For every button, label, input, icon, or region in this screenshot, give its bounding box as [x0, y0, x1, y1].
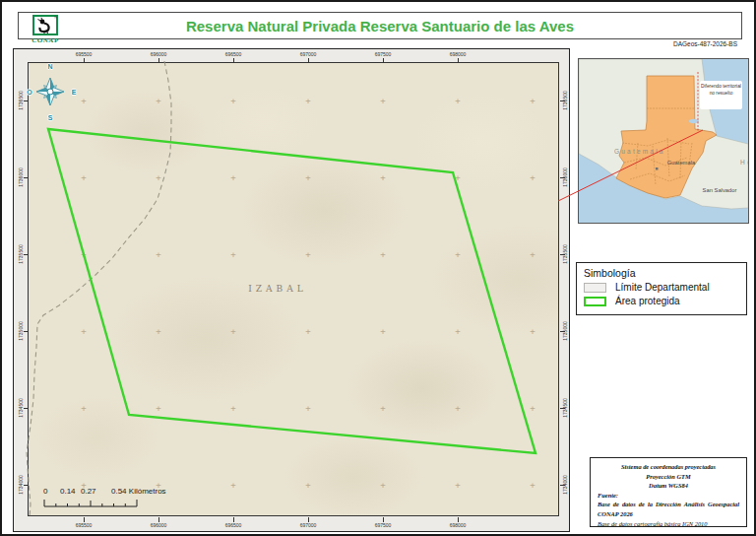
compass-south-label: S: [48, 114, 53, 121]
inset-honduras-label: Ho: [740, 159, 748, 166]
compass-west-label: O: [27, 89, 32, 96]
info-source-line2: CONAP 2026: [598, 509, 739, 519]
info-projection: Proyección GTM: [598, 472, 739, 482]
legend: Simbología Límite Departamental Área pro…: [576, 262, 747, 315]
info-box: Sistema de coordenadas proyectadas Proye…: [590, 457, 747, 527]
quetzal-icon: ®: [32, 15, 58, 35]
compass-rose-icon: N E S O: [29, 61, 76, 122]
conap-logo: ® CONAP: [24, 15, 67, 44]
scale-054: 0.54 Kilómetros: [111, 487, 166, 496]
scale-014: 0.14: [60, 487, 76, 496]
lake-izabal: [689, 119, 699, 123]
scale-027: 0.27: [81, 487, 96, 496]
legend-swatch-protected-icon: [584, 297, 606, 306]
info-source-line1: Base de datos de la Dirección Análisis G…: [598, 500, 739, 509]
compass-east-label: E: [72, 89, 77, 96]
inset-country-label: Guatemala: [614, 148, 665, 155]
info-source-line3: Base de datos cartografía básica IGN 201…: [598, 519, 739, 529]
map-sheet: ® CONAP Reserva Natural Privada Reserva …: [0, 0, 756, 536]
legend-item-departmental: Límite Departamental: [584, 282, 739, 293]
inset-city-label: Guatemala: [667, 160, 696, 166]
compass-north-label: N: [47, 63, 52, 70]
doc-code: DAGeos-487-2026-BS: [673, 40, 737, 47]
legend-item-protected-area: Área protegida: [584, 296, 739, 306]
inset-san-salvador-label: San Salvador: [703, 187, 737, 193]
registered-mark: ®: [54, 15, 57, 20]
info-coord-system: Sistema de coordenadas proyectadas: [598, 462, 739, 472]
page-title: Reserva Natural Privada Reserva Santuari…: [88, 13, 672, 38]
scale-0: 0: [43, 487, 47, 496]
territorial-dispute-note: Diferendo territorial no resuelto: [700, 81, 742, 109]
info-source-heading: Fuente:: [598, 491, 739, 501]
logo-label: CONAP: [24, 36, 67, 44]
legend-title: Simbología: [584, 267, 739, 279]
region-label: IZABAL: [232, 284, 323, 294]
header: ® CONAP Reserva Natural Privada Reserva …: [18, 12, 742, 39]
legend-swatch-departmental-icon: [584, 283, 606, 293]
info-datum: Datum WGS84: [598, 481, 739, 491]
capital-city-dot: [656, 168, 659, 170]
